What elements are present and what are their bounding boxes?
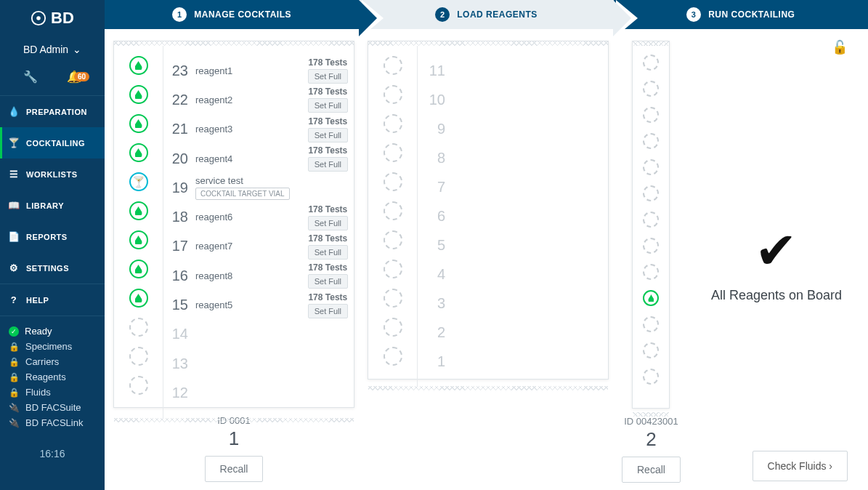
status-reagents[interactable]: 🔒Reagents <box>9 369 96 385</box>
rack-3-slot[interactable] <box>643 159 659 175</box>
step-run-cocktailing[interactable]: 3RUN COCKTAILING <box>614 0 868 29</box>
rack-2-slot[interactable]: 8 <box>426 143 599 172</box>
nav-cocktailing[interactable]: 🍸COCKTAILING <box>0 127 105 158</box>
rack-1-slot[interactable]: 22reagent2178 TestsSet Full <box>169 85 348 114</box>
cocktail-icon: 🍸 <box>9 137 19 148</box>
rack-1-slot-circle[interactable] <box>129 318 148 337</box>
rack-2-slot[interactable]: 2 <box>426 318 599 347</box>
rack-1-slot-circle[interactable] <box>129 143 148 162</box>
step-manage-cocktails[interactable]: 1MANAGE COCKTAILS <box>105 0 359 29</box>
set-full-button[interactable]: Set Full <box>308 157 348 172</box>
rack-2-slot-circle[interactable] <box>384 289 402 308</box>
rack-3-slot[interactable] <box>643 55 659 71</box>
doc-icon: 📄 <box>9 231 19 242</box>
rack-1-slot-circle[interactable]: 🍸 <box>129 172 148 191</box>
rack-1-slot-circle[interactable] <box>129 376 148 395</box>
status-specimens[interactable]: 🔒Specimens <box>9 339 96 354</box>
rack-2-slot-circle[interactable] <box>384 260 402 278</box>
rack-3-slot[interactable] <box>643 290 659 306</box>
rack-1-slot[interactable]: 13 <box>169 349 348 378</box>
rack-2-slot-circle[interactable] <box>384 143 402 162</box>
nav-reports[interactable]: 📄REPORTS <box>0 221 105 252</box>
rack-3-slot[interactable] <box>643 212 659 228</box>
nav-help[interactable]: ?HELP <box>0 284 105 316</box>
cocktail-icon: 🍸 <box>132 176 145 188</box>
rack-2-slot-circle[interactable] <box>384 230 402 249</box>
rack-2-recall-button[interactable]: Recall <box>622 457 681 483</box>
rack-1-slot[interactable]: 23reagent1178 TestsSet Full <box>169 56 348 85</box>
rack-2-slot[interactable]: 7 <box>426 172 599 201</box>
unlock-icon[interactable]: 🔓 <box>832 39 848 55</box>
rack-1-slot-circle[interactable] <box>129 347 148 366</box>
nav-worklists[interactable]: ☰WORKLISTS <box>0 158 105 190</box>
rack-3-slot[interactable] <box>643 316 659 332</box>
check-circle-icon: ✓ <box>9 326 19 337</box>
rack-3-slot[interactable] <box>643 264 659 280</box>
rack-1-slot[interactable]: 18reagent6178 TestsSet Full <box>169 202 348 231</box>
status-facsuite[interactable]: 🔌BD FACSuite <box>9 400 96 415</box>
rack-1-slot-circle[interactable] <box>129 56 148 75</box>
app-logo: BD <box>0 0 105 36</box>
right-panel: 🔓 ✔ All Reagents on Board Check Fluids › <box>694 41 859 483</box>
set-full-button[interactable]: Set Full <box>308 128 348 142</box>
set-full-button[interactable]: Set Full <box>308 274 348 289</box>
rack-3-slot[interactable] <box>643 369 659 385</box>
rack-3-slot[interactable] <box>643 238 659 254</box>
slot-number: 12 <box>169 385 188 401</box>
rack-2-slot-circle[interactable] <box>384 201 402 220</box>
drop-icon <box>135 90 142 99</box>
rack-3-slot[interactable] <box>643 342 659 358</box>
rack-2-slot-circle[interactable] <box>384 347 402 366</box>
rack-2-slot-circle[interactable] <box>384 172 402 191</box>
stepper: 1MANAGE COCKTAILS 2LOAD REAGENTS 3RUN CO… <box>105 0 868 29</box>
bell-icon[interactable]: 🔔60 <box>67 70 81 84</box>
rack-2-slot[interactable]: 11 <box>426 56 599 85</box>
rack-3-slot[interactable] <box>643 81 659 97</box>
rack-2-slot[interactable]: 6 <box>426 201 599 230</box>
rack-2-slot-circle[interactable] <box>384 56 402 75</box>
set-full-button[interactable]: Set Full <box>308 304 348 318</box>
rack-2-slot[interactable]: 4 <box>426 260 599 289</box>
rack-1-number: 1 <box>229 427 239 450</box>
rack-1-slot[interactable]: 12 <box>169 378 348 407</box>
rack-2-slot[interactable]: 3 <box>426 289 599 318</box>
rack-3-slot[interactable] <box>643 133 659 149</box>
nav-preparation[interactable]: 💧PREPARATION <box>0 96 105 127</box>
rack-2-slot-circle[interactable] <box>384 114 402 133</box>
rack-1-slot[interactable]: 19service testCOCKTAIL TARGET VIAL <box>169 173 348 202</box>
rack-2-slot[interactable]: 9 <box>426 114 599 143</box>
rack-1-slot[interactable]: 14 <box>169 320 348 349</box>
wrench-icon[interactable]: 🔧 <box>23 70 38 84</box>
rack-3-slot[interactable] <box>643 185 659 201</box>
set-full-button[interactable]: Set Full <box>308 245 348 260</box>
rack-1-slot-circle[interactable] <box>129 114 148 133</box>
rack-1-slot-circle[interactable] <box>129 85 148 104</box>
status-fluids[interactable]: 🔒Fluids <box>9 385 96 400</box>
user-menu[interactable]: BD Admin ⌄ <box>0 36 105 63</box>
rack-2-slot[interactable]: 10 <box>426 85 599 114</box>
set-full-button[interactable]: Set Full <box>308 216 348 230</box>
rack-1-slot[interactable]: 16reagent8178 TestsSet Full <box>169 261 348 290</box>
rack-2-slot-circle[interactable] <box>384 318 402 337</box>
rack-3-slot[interactable] <box>643 107 659 123</box>
set-full-button[interactable]: Set Full <box>308 69 348 84</box>
status-carriers[interactable]: 🔒Carriers <box>9 354 96 369</box>
nav-library[interactable]: 📖LIBRARY <box>0 190 105 221</box>
rack-1-slot[interactable]: 21reagent3178 TestsSet Full <box>169 115 348 144</box>
rack-1-slot-circle[interactable] <box>129 201 148 220</box>
status-facslink[interactable]: 🔌BD FACSLink <box>9 415 96 430</box>
rack-1-slot[interactable]: 17reagent7178 TestsSet Full <box>169 232 348 261</box>
step-load-reagents[interactable]: 2LOAD REAGENTS <box>359 0 613 29</box>
nav-settings[interactable]: ⚙SETTINGS <box>0 252 105 284</box>
rack-1-slot-circle[interactable] <box>129 230 148 249</box>
rack-2-slot[interactable]: 5 <box>426 230 599 260</box>
rack-1-slot[interactable]: 20reagent4178 TestsSet Full <box>169 144 348 173</box>
rack-1-recall-button[interactable]: Recall <box>205 456 264 482</box>
rack-2-slot[interactable]: 1 <box>426 347 599 376</box>
rack-1-slot-circle[interactable] <box>129 260 148 278</box>
rack-1-slot[interactable]: 15reagent5178 TestsSet Full <box>169 290 348 319</box>
rack-1-slot-circle[interactable] <box>129 289 148 308</box>
check-fluids-button[interactable]: Check Fluids › <box>753 451 848 481</box>
set-full-button[interactable]: Set Full <box>308 98 348 113</box>
rack-2-slot-circle[interactable] <box>384 85 402 104</box>
